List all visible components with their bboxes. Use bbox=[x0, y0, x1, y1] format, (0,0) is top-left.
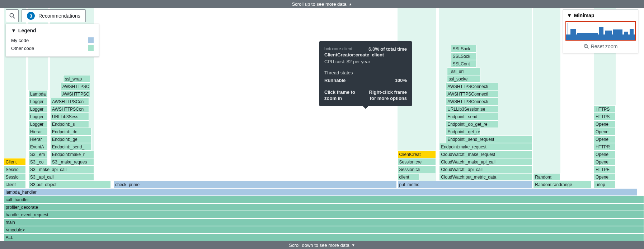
legend-toggle[interactable]: ▼ Legend bbox=[11, 28, 94, 33]
scroll-up-label: Scroll up to see more data bbox=[292, 1, 347, 7]
tooltip-right-hint: Right-click frame for more options bbox=[367, 89, 407, 102]
svg-point-0 bbox=[10, 14, 14, 17]
flame-frame[interactable]: Random:randrange bbox=[533, 181, 591, 188]
flame-frame[interactable]: Endpoint:_do_get_re bbox=[446, 120, 498, 128]
flame-frame[interactable]: Endpoint:_send bbox=[446, 113, 498, 120]
tooltip-percent: 6.8% of total time bbox=[368, 46, 407, 52]
flame-frame[interactable]: Random: bbox=[533, 173, 560, 181]
flame-frame[interactable]: main bbox=[4, 218, 644, 226]
tooltip-cpu-cost: CPU cost: $2 per year bbox=[324, 59, 407, 64]
tooltip-left-hint: Click frame to zoom in bbox=[324, 89, 364, 102]
flame-frame[interactable]: Endpoint:make_request bbox=[439, 143, 532, 151]
flame-frame[interactable]: Session:cre bbox=[398, 158, 436, 166]
flame-frame[interactable]: Opene bbox=[594, 135, 616, 143]
minimap-title: Minimap bbox=[574, 13, 594, 18]
flame-frame[interactable]: AWSHTTPSC bbox=[61, 83, 90, 90]
legend-title: Legend bbox=[18, 28, 36, 33]
flame-frame[interactable]: Logger bbox=[28, 120, 48, 128]
flame-frame[interactable]: HTTPS bbox=[594, 105, 616, 113]
flame-frame[interactable]: Opene bbox=[594, 128, 616, 135]
tooltip-state-name: Runnable bbox=[324, 78, 345, 83]
flame-frame[interactable]: CloudWatch:_make_api_call bbox=[439, 158, 532, 166]
minimap-canvas[interactable] bbox=[565, 21, 636, 41]
legend-item-mycode: My code bbox=[11, 36, 94, 44]
flame-frame[interactable]: put_metric bbox=[398, 181, 533, 188]
flame-frame[interactable]: check_prime bbox=[113, 181, 397, 188]
reset-zoom-label: Reset zoom bbox=[591, 43, 618, 49]
flame-frame[interactable]: Endpoint:_ge bbox=[50, 135, 91, 143]
flame-frame[interactable]: Endpoint:_s bbox=[50, 120, 89, 128]
flame-frame[interactable]: handle_event_request bbox=[4, 211, 644, 218]
flame-frame[interactable]: Hierar bbox=[28, 135, 48, 143]
flame-frame[interactable]: Opene bbox=[594, 120, 616, 128]
flame-frame[interactable]: S3:_make_reques bbox=[50, 158, 94, 166]
flame-frame[interactable]: AWSHTTPSConnecti bbox=[446, 98, 498, 105]
flame-frame[interactable]: call_handler bbox=[4, 196, 644, 203]
flame-frame[interactable]: S3:_api_call bbox=[28, 173, 94, 181]
flame-frame[interactable]: Endpoint:_send_ bbox=[50, 143, 91, 151]
flame-frame[interactable]: _ssl_url bbox=[447, 68, 480, 75]
recommendations-label: Recommendations bbox=[38, 13, 80, 19]
flame-frame[interactable]: SSLSock bbox=[451, 45, 477, 52]
flame-frame[interactable]: CloudWatch:_make_request bbox=[439, 151, 532, 158]
recommendations-button[interactable]: 3 Recommendations bbox=[22, 9, 86, 22]
flame-frame[interactable]: urlop bbox=[594, 181, 616, 188]
flame-frame[interactable]: SSLSock bbox=[451, 52, 477, 60]
flame-frame[interactable]: EventA bbox=[28, 143, 48, 151]
flame-frame[interactable]: Endpoint:_get_respo bbox=[446, 128, 480, 135]
flame-frame[interactable]: Opene bbox=[594, 151, 616, 158]
flame-frame[interactable]: AWSHTTPSConnecti bbox=[446, 83, 498, 90]
legend-panel: ▼ Legend My code Other code bbox=[6, 24, 99, 57]
flame-frame[interactable]: client bbox=[4, 181, 26, 188]
flame-frame[interactable]: CloudWatch:_api_call bbox=[439, 166, 532, 173]
scroll-down-hint[interactable]: Scroll down to see more data ▼ bbox=[0, 241, 644, 249]
flame-frame[interactable]: Lambda bbox=[28, 90, 48, 98]
flame-frame[interactable]: AWSHTTPSCon bbox=[50, 98, 89, 105]
flame-frame[interactable]: AWSHTTPSCon bbox=[50, 105, 89, 113]
flame-frame[interactable]: Logger bbox=[28, 98, 48, 105]
flame-frame[interactable]: S3:_make_api_call bbox=[28, 166, 94, 173]
flame-frame[interactable]: Hierar bbox=[28, 128, 48, 135]
flame-frame[interactable]: HTTPE bbox=[594, 166, 616, 173]
scroll-up-hint[interactable]: Scroll up to see more data ▲ bbox=[0, 0, 644, 8]
flame-frame[interactable]: <module> bbox=[4, 226, 644, 234]
minimap-toggle[interactable]: ▼ Minimap bbox=[563, 10, 638, 21]
search-button[interactable] bbox=[6, 9, 19, 22]
flame-frame[interactable]: AWSHTTPSConnecti bbox=[446, 90, 498, 98]
flame-frame[interactable]: ssl_socke bbox=[447, 75, 480, 83]
tooltip-function: ClientCreator:create_client bbox=[324, 52, 407, 57]
legend-item-label: My code bbox=[11, 38, 29, 43]
svg-line-1 bbox=[13, 17, 15, 18]
flame-frame[interactable]: URLLib3Session:se bbox=[446, 105, 498, 113]
flame-frame[interactable]: Session:cli bbox=[398, 166, 436, 173]
flame-frame[interactable]: CloudWatch:put_metric_data bbox=[439, 173, 532, 181]
flame-frame[interactable]: Sessio bbox=[4, 166, 26, 173]
flame-frame[interactable]: Endpoint:_send_request bbox=[446, 135, 532, 143]
chevron-down-icon: ▼ bbox=[567, 13, 572, 18]
flame-frame[interactable]: profiler_decorate bbox=[4, 203, 644, 211]
flame-frame[interactable]: HTTPR bbox=[594, 143, 616, 151]
flame-frame[interactable]: Endpoint:make_r bbox=[50, 151, 94, 158]
flame-frame[interactable]: Opene bbox=[594, 158, 616, 166]
flame-frame[interactable]: Sessio bbox=[4, 173, 26, 181]
flame-frame[interactable]: client bbox=[398, 173, 419, 181]
frame-tooltip: 6.8% of total time botocore.client Clien… bbox=[319, 41, 412, 106]
flame-frame[interactable]: Logger bbox=[28, 105, 48, 113]
flame-frame[interactable]: URLLib3Sess bbox=[50, 113, 89, 120]
flame-frame[interactable]: ssl_wrap bbox=[63, 75, 90, 83]
flame-frame[interactable]: Opene bbox=[594, 173, 616, 181]
flame-frame[interactable]: lambda_handler bbox=[4, 188, 638, 196]
flame-frame[interactable]: ClientCreat bbox=[398, 151, 436, 158]
reset-zoom-button[interactable]: Reset zoom bbox=[563, 41, 638, 53]
flame-frame[interactable]: Endpoint:_do bbox=[50, 128, 91, 135]
flame-frame[interactable]: S3:put_object bbox=[28, 181, 111, 188]
flame-frame[interactable]: Client bbox=[4, 158, 26, 166]
flame-frame[interactable]: AWSHTTPSC bbox=[61, 90, 90, 98]
flame-frame[interactable]: HTTPS bbox=[594, 113, 616, 120]
flame-frame[interactable]: S3:_co bbox=[28, 158, 48, 166]
flame-frame[interactable]: S3:_em bbox=[28, 151, 48, 158]
flame-frame[interactable]: ALL bbox=[4, 234, 644, 241]
flame-frame[interactable]: SSLCont bbox=[451, 60, 477, 68]
flame-frame[interactable]: Logger bbox=[28, 113, 48, 120]
legend-item-othercode: Other code bbox=[11, 44, 94, 52]
